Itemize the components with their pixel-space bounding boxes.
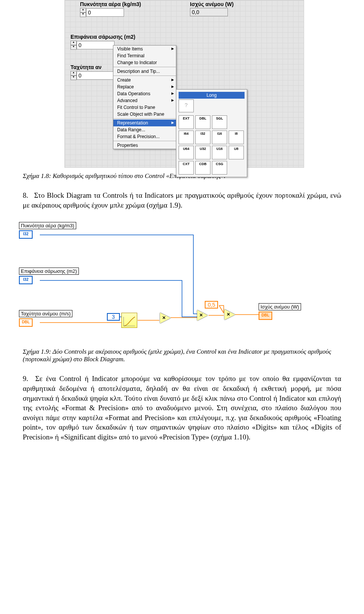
indicator-power-label: Ισχύς ανέμου (W) [190,1,234,7]
bd-term-dbl-1[interactable]: DBL [19,318,33,327]
caption-1-9: Σχήμα 1.9: Δύο Controls με ακέραιους αρι… [23,348,341,363]
bd-term-dbl-out: DBL [259,312,272,320]
bd-label-density: Πυκνότητα αέρα (kg/m3) [19,222,76,229]
control-density-label: Πυκνότητα αέρα (kg/m3) [80,1,141,7]
menu-create[interactable]: Create [113,77,176,83]
rep-i16[interactable]: I16 [212,131,227,144]
spinner-icon[interactable]: ▲▼ [71,71,77,80]
rep-u64[interactable]: U64 [179,146,194,159]
spinner-icon[interactable]: ▲▼ [80,8,86,17]
spinner-icon[interactable]: ▲▼ [71,41,77,50]
context-menu[interactable]: Visible Items Find Terminal Change to In… [113,45,176,149]
bd-const-3[interactable]: 3 [107,313,120,321]
bd-power-func[interactable] [121,313,137,328]
control-density[interactable]: Πυκνότητα αέρα (kg/m3) ▲▼ 0 [80,1,141,17]
para-num-8: 8. [23,190,32,200]
rep-csg[interactable]: CSG [212,161,227,175]
menu-fit-control[interactable]: Fit Control to Pane [113,104,176,111]
rep-i64[interactable]: I64 [179,131,194,144]
bd-label-area: Επιφάνεια σάρωσης (m2) [19,268,79,275]
menu-description-tip[interactable]: Description and Tip... [113,68,176,75]
control-speed-label: Ταχύτητα αν [71,64,115,70]
control-area-value[interactable]: 0 [77,41,115,49]
menu-find-terminal[interactable]: Find Terminal [113,52,176,59]
menu-data-operations[interactable]: Data Operations [113,90,176,97]
bd-label-speed: Ταχύτητα ανέμου (m/s) [19,310,72,317]
control-area-label: Επιφάνεια σάρωσης (m2) [71,34,135,40]
rep-sgl[interactable]: SGL [212,115,227,129]
paragraph-8: 8. Στο Block Diagram τα Controls ή τα In… [23,190,341,210]
block-diagram: Πυκνότητα αέρα (kg/m3) I32 Επιφάνεια σάρ… [19,219,345,340]
para-text-8: Στο Block Diagram τα Controls ή τα Indic… [23,191,341,209]
menu-advanced[interactable]: Advanced [113,97,176,104]
bd-multiply-2[interactable] [197,310,208,321]
menu-properties[interactable]: Properties [113,142,176,149]
rep-blank [229,161,243,174]
rep-ext[interactable]: EXT [179,115,194,129]
indicator-power-value: 0,0 [190,8,228,16]
paragraph-9: 9. Σε ένα Control ή Indicator μπορούμε ν… [23,374,341,442]
control-speed[interactable]: Ταχύτητα αν ▲▼ 0 [71,64,115,80]
para-text-9: Σε ένα Control ή Indicator μπορούμε να κ… [23,375,341,441]
rep-u16[interactable]: U16 [212,146,227,159]
rep-u8[interactable]: U8 [229,146,244,159]
control-speed-value[interactable]: 0 [77,71,115,80]
rep-dbl[interactable]: DBL [195,115,210,129]
rep-i32[interactable]: I32 [195,131,210,144]
bd-term-i32-2[interactable]: I32 [19,276,33,284]
menu-visible-items[interactable]: Visible Items [113,46,176,52]
bd-const-0-5[interactable]: 0,5 [205,301,218,309]
control-density-value[interactable]: 0 [86,8,124,17]
front-panel: Πυκνότητα αέρα (kg/m3) ▲▼ 0 Ισχύς ανέμου… [64,0,304,168]
palette-title: Long [179,92,245,99]
rep-i8[interactable]: I8 [229,131,244,144]
menu-scale-object[interactable]: Scale Object with Pane [113,111,176,118]
para-num-9: 9. [23,374,32,384]
bd-multiply-1[interactable] [160,313,171,323]
bd-label-power: Ισχύς ανέμου (W) [259,303,301,310]
menu-representation[interactable]: Representation [113,120,176,126]
bd-term-i32-1[interactable]: I32 [19,230,33,239]
rep-u32[interactable]: U32 [195,146,210,159]
rep-blank [229,115,243,128]
help-icon: ? [179,99,194,112]
rep-cxt[interactable]: CXT [179,161,194,175]
indicator-power: Ισχύς ανέμου (W) 0,0 [190,1,234,16]
rep-cdb[interactable]: CDB [195,161,210,175]
bd-multiply-3[interactable] [224,309,235,320]
menu-replace[interactable]: Replace [113,83,176,90]
menu-format-precision[interactable]: Format & Precision... [113,133,176,140]
menu-data-range[interactable]: Data Range... [113,126,176,133]
menu-change-to-indicator[interactable]: Change to Indicator [113,59,176,66]
representation-palette[interactable]: Long ? EXT DBL SGL I64 I32 I16 I8 U64 U3… [176,89,247,177]
